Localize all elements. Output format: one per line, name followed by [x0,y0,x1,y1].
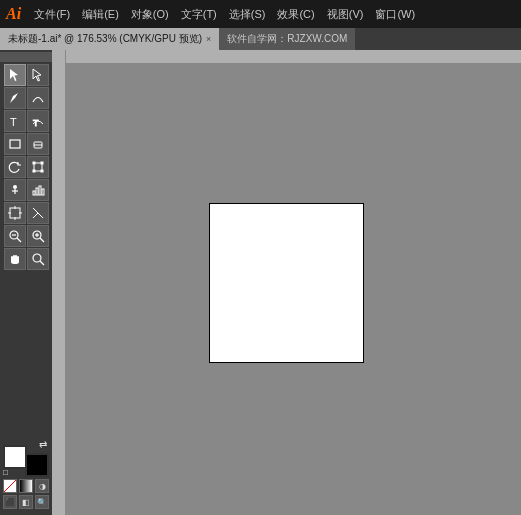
menu-window[interactable]: 窗口(W) [370,5,420,24]
bottom-tools-row: ⬛ ◧ 🔍 [3,495,49,509]
svg-line-25 [33,213,38,218]
graph-tool[interactable] [27,179,49,201]
eraser-tool[interactable] [27,133,49,155]
tool-row-1 [0,64,52,86]
fill-stroke-area: ⇄ □ [3,439,49,477]
svg-rect-10 [33,170,35,172]
svg-point-33 [33,254,41,262]
svg-rect-8 [33,162,35,164]
toggle-view-button[interactable]: ◧ [19,495,33,509]
svg-line-27 [17,238,21,242]
menu-select[interactable]: 选择(S) [224,5,271,24]
free-transform-tool[interactable] [27,156,49,178]
puppet-warp-tool[interactable] [4,179,26,201]
inactive-tab[interactable]: 软件自学网：RJZXW.COM [219,28,355,50]
select-tool[interactable] [4,64,26,86]
toolbar: T T [0,50,52,515]
svg-marker-1 [33,69,41,81]
menu-bar: 文件(F) 编辑(E) 对象(O) 文字(T) 选择(S) 效果(C) 视图(V… [29,5,515,24]
svg-point-12 [13,185,17,189]
menu-view[interactable]: 视图(V) [322,5,369,24]
menu-object[interactable]: 对象(O) [126,5,174,24]
tab-close-button[interactable]: × [206,34,211,44]
canvas-area[interactable] [52,50,521,515]
tool-row-5 [0,156,52,178]
rect-tool[interactable] [4,133,26,155]
svg-rect-17 [39,186,41,195]
zoom-tool[interactable] [27,248,49,270]
color-area: ⇄ □ ◑ ⬛ ◧ 🔍 [0,435,52,513]
svg-rect-18 [42,189,44,195]
vertical-ruler [52,50,66,515]
document-canvas[interactable] [209,203,364,363]
tab-bar: 未标题-1.ai* @ 176.53% (CMYK/GPU 预览) × 软件自学… [0,28,521,50]
inactive-tab-label: 软件自学网：RJZXW.COM [227,32,347,46]
fill-color-box[interactable] [3,445,27,469]
menu-effect[interactable]: 效果(C) [272,5,319,24]
active-tab[interactable]: 未标题-1.ai* @ 176.53% (CMYK/GPU 预览) × [0,28,219,50]
active-tab-label: 未标题-1.ai* @ 176.53% (CMYK/GPU 预览) [8,32,202,46]
default-colors-button[interactable]: □ [3,468,8,477]
app-logo: Ai [6,5,21,23]
tool-row-4 [0,133,52,155]
change-screen-mode-button[interactable]: ⬛ [3,495,17,509]
menu-edit[interactable]: 编辑(E) [77,5,124,24]
menu-text[interactable]: 文字(T) [176,5,222,24]
main-area: T T [0,50,521,515]
zoom-out-tool[interactable] [4,225,26,247]
stroke-color-box[interactable] [25,453,49,477]
path-type-tool[interactable]: T [27,110,49,132]
curvature-tool[interactable] [27,87,49,109]
title-bar: Ai 文件(F) 编辑(E) 对象(O) 文字(T) 选择(S) 效果(C) 视… [0,0,521,28]
tool-row-7 [0,202,52,224]
svg-line-34 [40,261,44,265]
menu-file[interactable]: 文件(F) [29,5,75,24]
svg-rect-19 [10,208,20,218]
hand-tool[interactable] [4,248,26,270]
tool-row-3: T T [0,110,52,132]
svg-rect-4 [10,140,20,148]
slice-tool[interactable] [27,202,49,224]
tool-row-6 [0,179,52,201]
rotate-tool[interactable] [4,156,26,178]
svg-rect-11 [41,170,43,172]
artboard-tool[interactable] [4,202,26,224]
search-button[interactable]: 🔍 [35,495,49,509]
color-mode-row: ◑ [3,479,49,493]
svg-marker-0 [10,69,18,81]
svg-rect-15 [33,191,35,195]
svg-rect-16 [36,188,38,195]
tool-row-8 [0,225,52,247]
pen-tool[interactable] [4,87,26,109]
svg-rect-9 [41,162,43,164]
svg-text:T: T [10,116,17,128]
swap-colors-button[interactable]: ⇄ [39,439,47,450]
type-tool[interactable]: T [4,110,26,132]
zoom-in-tool[interactable] [27,225,49,247]
gradient-color-button[interactable] [19,479,33,493]
direct-select-tool[interactable] [27,64,49,86]
horizontal-ruler [52,50,521,64]
toolbar-ruler [0,52,52,62]
tool-row-9 [0,248,52,270]
none-color-button[interactable] [3,479,17,493]
svg-line-30 [40,238,44,242]
color-mode-button[interactable]: ◑ [35,479,49,493]
tool-row-2 [0,87,52,109]
